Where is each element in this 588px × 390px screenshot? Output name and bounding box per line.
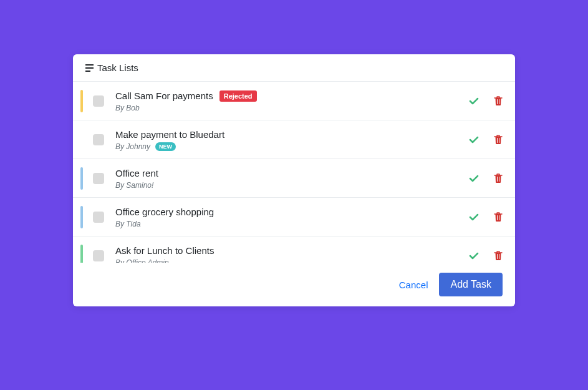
trash-icon [494, 251, 503, 261]
check-icon [469, 135, 479, 145]
task-author: By Samino! [115, 181, 153, 190]
task-author: By Office Admin [115, 258, 169, 263]
add-task-button[interactable]: Add Task [439, 273, 503, 296]
task-actions [469, 251, 503, 261]
task-title: Office rent [115, 167, 158, 180]
task-content: Office rentBy Samino! [115, 167, 469, 190]
task-title: Ask for Lunch to Clients [115, 244, 214, 257]
task-content: Office grocery shoppingBy Tida [115, 205, 469, 228]
task-title-row: Ask for Lunch to Clients [115, 244, 469, 257]
delete-task-button[interactable] [494, 96, 503, 106]
check-icon [469, 251, 479, 261]
task-actions [469, 173, 503, 183]
task-stripe [80, 206, 83, 228]
header-title: Task Lists [97, 62, 138, 73]
task-list: Call Sam For paymentsRejectedBy Bob Make… [73, 82, 515, 263]
complete-task-button[interactable] [469, 251, 479, 261]
trash-icon [494, 135, 503, 145]
task-content: Ask for Lunch to ClientsBy Office Admin [115, 244, 469, 263]
task-meta: By Bob [115, 104, 469, 112]
task-author: By Tida [115, 220, 141, 228]
task-content: Make payment to BluedartBy JohnnyNEW [115, 128, 469, 151]
task-title: Make payment to Bluedart [115, 128, 224, 141]
delete-task-button[interactable] [494, 135, 503, 145]
check-icon [469, 212, 479, 222]
list-icon [85, 64, 94, 72]
trash-icon [494, 212, 503, 222]
task-actions [469, 96, 503, 106]
task-stripe [80, 129, 83, 151]
delete-task-button[interactable] [494, 173, 503, 183]
new-badge: NEW [155, 142, 176, 151]
task-actions [469, 135, 503, 145]
trash-icon [494, 96, 503, 106]
task-title-row: Office rent [115, 167, 469, 180]
task-checkbox[interactable] [93, 173, 104, 184]
check-icon [469, 96, 479, 106]
task-checkbox[interactable] [93, 134, 104, 145]
cancel-button[interactable]: Cancel [399, 280, 428, 290]
complete-task-button[interactable] [469, 96, 479, 106]
task-stripe [80, 167, 83, 190]
delete-task-button[interactable] [494, 251, 503, 261]
task-author: By Johnny [115, 142, 150, 151]
task-list-card: Task Lists Call Sam For paymentsRejected… [73, 54, 515, 306]
check-icon [469, 173, 479, 183]
task-item: Make payment to BluedartBy JohnnyNEW [73, 120, 515, 159]
task-stripe [80, 245, 83, 263]
complete-task-button[interactable] [469, 173, 479, 183]
task-title-row: Call Sam For paymentsRejected [115, 89, 469, 102]
task-meta: By Tida [115, 220, 469, 228]
rejected-badge: Rejected [219, 90, 257, 102]
task-checkbox[interactable] [93, 250, 104, 261]
task-actions [469, 212, 503, 222]
task-item: Office rentBy Samino! [73, 159, 515, 198]
task-title: Office grocery shopping [115, 205, 214, 218]
task-title: Call Sam For payments [115, 89, 213, 102]
complete-task-button[interactable] [469, 135, 479, 145]
card-footer: Cancel Add Task [73, 263, 515, 306]
task-stripe [80, 90, 83, 112]
card-header: Task Lists [73, 54, 515, 82]
task-content: Call Sam For paymentsRejectedBy Bob [115, 89, 469, 112]
task-author: By Bob [115, 104, 140, 112]
complete-task-button[interactable] [469, 212, 479, 222]
task-item: Ask for Lunch to ClientsBy Office Admin [73, 236, 515, 263]
task-title-row: Office grocery shopping [115, 205, 469, 218]
task-meta: By JohnnyNEW [115, 142, 469, 151]
task-meta: By Samino! [115, 181, 469, 190]
task-item: Call Sam For paymentsRejectedBy Bob [73, 82, 515, 120]
task-title-row: Make payment to Bluedart [115, 128, 469, 141]
trash-icon [494, 173, 503, 183]
task-checkbox[interactable] [93, 95, 104, 107]
task-item: Office grocery shoppingBy Tida [73, 198, 515, 236]
delete-task-button[interactable] [494, 212, 503, 222]
task-checkbox[interactable] [93, 212, 104, 223]
task-meta: By Office Admin [115, 258, 469, 263]
